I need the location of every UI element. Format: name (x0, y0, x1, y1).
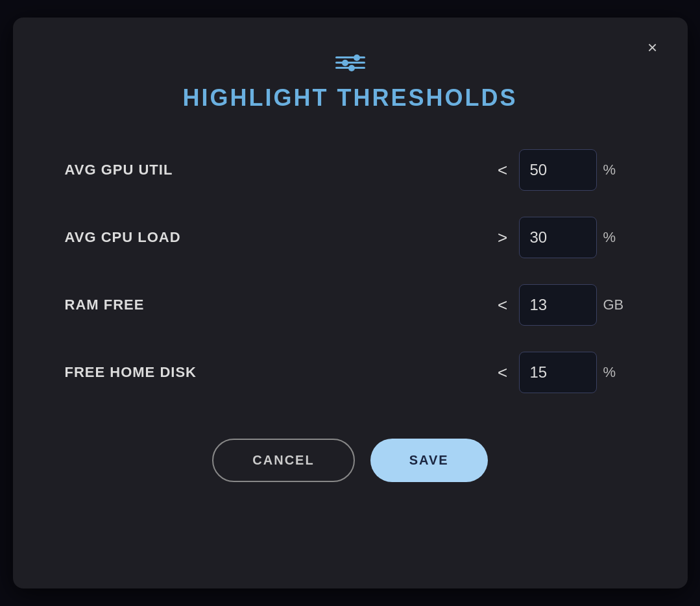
field-operator-avg-gpu-util: < (487, 160, 519, 180)
close-button[interactable]: × (641, 36, 664, 59)
field-row-ram-free: RAM FREE < GB (65, 278, 636, 332)
field-operator-avg-cpu-load: > (487, 228, 519, 248)
field-operator-free-home-disk: < (487, 363, 519, 383)
field-label-avg-cpu-load: AVG CPU LOAD (65, 229, 487, 246)
modal-dialog: × HIGHLIGHT THRESHOLDS AVG GPU UTIL < % … (13, 18, 688, 588)
field-unit-avg-gpu-util: % (603, 162, 636, 178)
settings-icon (335, 56, 365, 69)
field-unit-free-home-disk: % (603, 364, 636, 381)
field-unit-ram-free: GB (603, 297, 636, 313)
field-input-free-home-disk[interactable] (519, 352, 597, 393)
modal-backdrop: × HIGHLIGHT THRESHOLDS AVG GPU UTIL < % … (0, 0, 700, 606)
field-input-avg-cpu-load[interactable] (519, 217, 597, 258)
field-row-avg-cpu-load: AVG CPU LOAD > % (65, 210, 636, 265)
field-label-ram-free: RAM FREE (65, 297, 487, 313)
field-label-avg-gpu-util: AVG GPU UTIL (65, 162, 487, 178)
field-row-free-home-disk: FREE HOME DISK < % (65, 345, 636, 400)
field-unit-avg-cpu-load: % (603, 229, 636, 246)
actions-container: CANCEL SAVE (212, 439, 487, 482)
modal-title: HIGHLIGHT THRESHOLDS (183, 84, 518, 112)
field-operator-ram-free: < (487, 295, 519, 315)
field-input-ram-free[interactable] (519, 284, 597, 326)
field-row-avg-gpu-util: AVG GPU UTIL < % (65, 143, 636, 197)
fields-container: AVG GPU UTIL < % AVG CPU LOAD > % RAM FR… (65, 143, 636, 400)
save-button[interactable]: SAVE (370, 439, 488, 482)
field-input-avg-gpu-util[interactable] (519, 149, 597, 191)
cancel-button[interactable]: CANCEL (212, 439, 354, 482)
field-label-free-home-disk: FREE HOME DISK (65, 364, 487, 381)
